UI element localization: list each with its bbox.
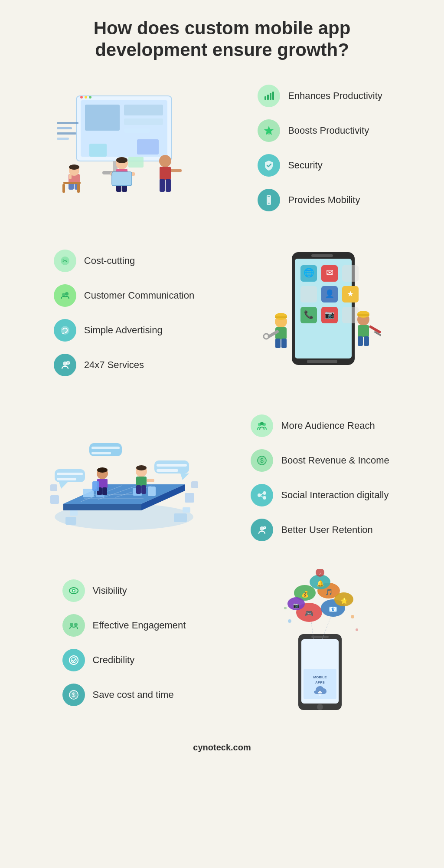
illustration-3 — [46, 417, 202, 539]
svg-point-182 — [351, 615, 354, 618]
section-3-features: More Audience Reach $ Boost Revenue & In… — [222, 414, 418, 541]
section-4-feature-list: Visibility Effective Engagement — [62, 579, 186, 706]
feature-item-visibility: Visibility — [62, 579, 186, 602]
svg-text:📷: 📷 — [293, 602, 300, 608]
svg-rect-38 — [57, 127, 72, 129]
credibility-icon — [62, 649, 85, 671]
svg-text:★: ★ — [347, 289, 354, 298]
svg-rect-39 — [57, 132, 76, 135]
svg-rect-44 — [272, 92, 274, 100]
feature-item-retention: Better User Retention — [251, 519, 389, 541]
svg-rect-37 — [57, 122, 78, 124]
svg-rect-48 — [268, 196, 270, 197]
feature-item-security: Security — [258, 154, 382, 177]
section-3-illustration — [26, 417, 222, 539]
svg-rect-76 — [342, 307, 359, 323]
svg-point-136 — [260, 422, 264, 425]
svg-rect-36 — [128, 157, 144, 168]
svg-point-150 — [74, 623, 78, 626]
visibility-label: Visibility — [93, 585, 127, 596]
illustration-2: 🌐 ✉ 👤 ★ 📞 📷 — [259, 239, 381, 387]
section-4-illustration: MOBILE APPS 🎮 📧 💰 🎵 — [222, 569, 418, 717]
section-1: Enhances Productivity Boosts Productivit… — [26, 83, 418, 213]
svg-marker-104 — [59, 482, 68, 489]
svg-rect-4 — [124, 118, 163, 125]
advertising-label: Simple Advertising — [84, 325, 163, 336]
svg-rect-133 — [183, 507, 190, 513]
social-label: Social Interaction digitally — [281, 490, 388, 501]
svg-point-141 — [263, 496, 266, 500]
audience-label: More Audience Reach — [281, 420, 375, 431]
svg-point-125 — [136, 465, 147, 470]
svg-rect-115 — [50, 484, 57, 491]
svg-point-51 — [62, 293, 65, 296]
svg-rect-20 — [77, 184, 80, 193]
svg-rect-110 — [157, 469, 178, 472]
costcutting-label: Cost-cutting — [84, 255, 135, 266]
svg-text:📞: 📞 — [304, 310, 314, 319]
svg-rect-61 — [307, 360, 337, 363]
svg-point-151 — [69, 656, 78, 664]
svg-point-158 — [317, 704, 323, 710]
svg-rect-127 — [136, 485, 141, 494]
svg-rect-82 — [281, 339, 287, 348]
svg-point-183 — [284, 607, 287, 609]
svg-rect-130 — [65, 517, 76, 525]
revenue-label: Boost Revenue & Income — [281, 455, 389, 466]
svg-rect-106 — [57, 478, 76, 480]
svg-rect-122 — [102, 487, 107, 495]
feature-item-social: Social Interaction digitally — [251, 484, 389, 506]
feature-item-revenue: $ Boost Revenue & Income — [251, 449, 389, 472]
svg-point-119 — [97, 467, 108, 473]
svg-rect-88 — [358, 325, 369, 337]
section-2-feature-list: ✂ Cost-cutting Customer Communication — [54, 250, 194, 376]
svg-rect-132 — [174, 513, 187, 522]
audience-icon — [251, 414, 273, 437]
feature-item-communication: Customer Communication — [54, 284, 194, 307]
svg-text:$: $ — [260, 457, 264, 464]
svg-rect-2 — [85, 105, 120, 131]
section-1-feature-list: Enhances Productivity Boosts Productivit… — [258, 85, 382, 211]
svg-point-52 — [65, 292, 69, 296]
revenue-icon: $ — [251, 449, 273, 472]
feature-item-enhances: Enhances Productivity — [258, 85, 382, 107]
svg-point-7 — [85, 96, 87, 99]
svg-text:👤: 👤 — [325, 289, 335, 299]
savecost-label: Save cost and time — [93, 689, 174, 700]
svg-rect-42 — [267, 95, 269, 100]
illustration-1 — [50, 87, 198, 209]
svg-rect-112 — [91, 447, 120, 449]
svg-rect-116 — [185, 493, 194, 503]
svg-rect-43 — [270, 93, 271, 100]
svg-point-29 — [159, 155, 171, 167]
svg-point-140 — [263, 491, 266, 495]
svg-text:🌐: 🌐 — [304, 267, 314, 278]
svg-text:24: 24 — [67, 362, 69, 365]
svg-text:$: $ — [72, 691, 75, 698]
feature-item-savecost: $ Save cost and time — [62, 684, 186, 706]
svg-point-22 — [116, 157, 127, 163]
mobility-label: Provides Mobility — [288, 194, 360, 206]
svg-rect-31 — [160, 179, 165, 192]
svg-rect-40 — [57, 138, 69, 140]
svg-point-53 — [61, 326, 69, 335]
section-1-illustration — [26, 87, 222, 209]
svg-rect-90 — [364, 336, 369, 346]
section-3: More Audience Reach $ Boost Revenue & In… — [26, 413, 418, 543]
retention-label: Better User Retention — [281, 524, 373, 536]
illustration-4: MOBILE APPS 🎮 📧 💰 🎵 — [272, 569, 368, 717]
svg-text:APPS: APPS — [315, 681, 325, 684]
svg-rect-5 — [124, 128, 150, 133]
svg-point-184 — [356, 628, 358, 631]
svg-rect-131 — [70, 510, 78, 516]
boosts-label: Boosts Productivity — [288, 125, 369, 136]
svg-rect-60 — [311, 254, 333, 257]
svg-rect-105 — [57, 473, 83, 475]
24x7-label: 24x7 Services — [84, 359, 144, 371]
svg-rect-41 — [264, 96, 266, 100]
svg-rect-129 — [147, 479, 154, 482]
svg-rect-34 — [89, 144, 107, 157]
svg-rect-28 — [112, 172, 132, 186]
svg-point-8 — [89, 96, 91, 99]
feature-item-advertising: Simple Advertising — [54, 319, 194, 342]
